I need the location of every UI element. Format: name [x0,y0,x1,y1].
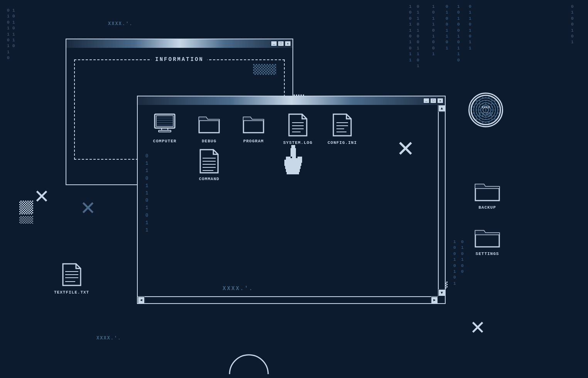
svg-rect-39 [291,157,292,158]
cursor-hand-container [280,145,311,176]
file-systemlog-label: SYSTEM.LOG [283,140,313,145]
file-debug[interactable]: DEBUG [190,113,228,143]
scroll-up-btn[interactable]: ▲ [438,105,445,112]
info-section-label: INFORMATION [151,56,207,62]
scroll-down-btn[interactable]: ▼ [438,289,445,296]
binary-col-8: 01101011 [469,4,472,51]
svg-rect-40 [296,157,297,158]
scroll-track-v [439,113,444,289]
svg-rect-30 [291,148,296,151]
svg-rect-35 [284,163,301,166]
svg-rect-33 [286,157,302,160]
file-program-label: PROGRAM [243,139,264,143]
info-titlebar: _ □ ✕ [66,39,292,48]
file-configini-label: CONFIG.INI [328,140,357,145]
info-minimize-btn[interactable]: _ [271,41,277,46]
binary-col-1: 010110110 [7,8,10,61]
svg-rect-31 [291,151,296,154]
desktop-icon-backup-label: BACKUP [478,205,496,210]
file-debug-label: DEBUG [202,139,216,143]
svg-rect-7 [253,64,276,75]
svg-rect-32 [291,154,296,157]
semi-circle [226,351,272,378]
binary-in-explorer: 0 1 1 0 1 1 0 1 0 1 1 [145,149,184,234]
pixel-pattern-explorer: XXXX.'. [223,285,253,292]
svg-rect-34 [284,160,302,163]
svg-text:XXXX: XXXX [482,106,490,110]
file-configini[interactable]: CONFIG.INI [323,113,362,145]
checker-1 [19,201,33,214]
file-command-label: COMMAND [199,177,219,181]
file-systemlog[interactable]: SYSTEM.LOG [279,113,317,145]
binary-col-11: 010100 [461,239,464,275]
desktop-icon-settings-label: SETTINGS [476,251,499,256]
binary-col-3: 1001101011 [409,4,412,63]
info-close-btn[interactable]: ✕ [285,41,291,46]
scroll-right-btn[interactable]: ► [431,297,438,303]
desktop-icon-textfile-label: TEXTFILE.TXT [54,290,89,295]
binary-col-4: 01101001101 [417,4,420,69]
x-mark-1: ✕ [35,185,49,208]
pixel-pattern-3: XXXX.'. [96,336,121,341]
svg-rect-29 [291,145,295,148]
svg-rect-37 [286,169,300,172]
binary-col-2: 1010110 [12,8,15,49]
explorer-window: _ □ ✕ ▲ ▼ ◄ ► [137,96,446,304]
binary-col-10: 10010101 [453,239,456,287]
info-maximize-btn[interactable]: □ [278,41,284,46]
explorer-titlebar: _ □ ✕ [138,96,445,105]
x-mark-3: ✕ [471,316,485,339]
desktop-icon-settings[interactable]: SETTINGS [474,224,501,256]
explorer-minimize-btn[interactable]: _ [423,98,429,103]
scroll-left-btn[interactable]: ◄ [138,297,145,303]
svg-rect-38 [287,172,299,174]
file-program[interactable]: PROGRAM [234,113,273,143]
file-computer[interactable]: COMPUTER [145,113,184,143]
scroll-track-h [145,297,430,303]
scrollbar-horizontal[interactable]: ◄ ► [138,296,438,303]
checker-2 [19,216,33,224]
explorer-maximize-btn[interactable]: □ [430,98,436,103]
binary-col-7: 1010010110 [457,4,460,63]
explorer-window-controls[interactable]: _ □ ✕ [423,98,443,103]
pixel-pattern-1: XXXX.'. [108,21,133,27]
binary-col-9: 0100101 [571,4,574,46]
scrollbar-vertical[interactable]: ▲ ▼ [438,105,445,296]
svg-rect-36 [285,166,301,169]
x-mark-2: ✕ [81,197,95,220]
file-computer-label: COMPUTER [153,139,177,143]
desktop-icon-textfile[interactable]: TEXTFILE.TXT [54,262,89,295]
binary-col-5: 101101001 [432,4,435,57]
svg-rect-15 [159,130,171,132]
info-window-controls[interactable]: _ □ ✕ [271,41,291,46]
svg-text:.'.: .'. [483,110,488,114]
binary-col-6: 01001101 [446,4,449,51]
desktop-icon-backup[interactable]: BACKUP [474,177,501,210]
x-mark-explorer: ✕ [397,131,414,164]
dot-circle: XXXX .'. [468,93,503,127]
file-command[interactable]: COMMAND [190,149,228,181]
explorer-close-btn[interactable]: ✕ [437,98,443,103]
svg-point-2 [472,96,499,123]
